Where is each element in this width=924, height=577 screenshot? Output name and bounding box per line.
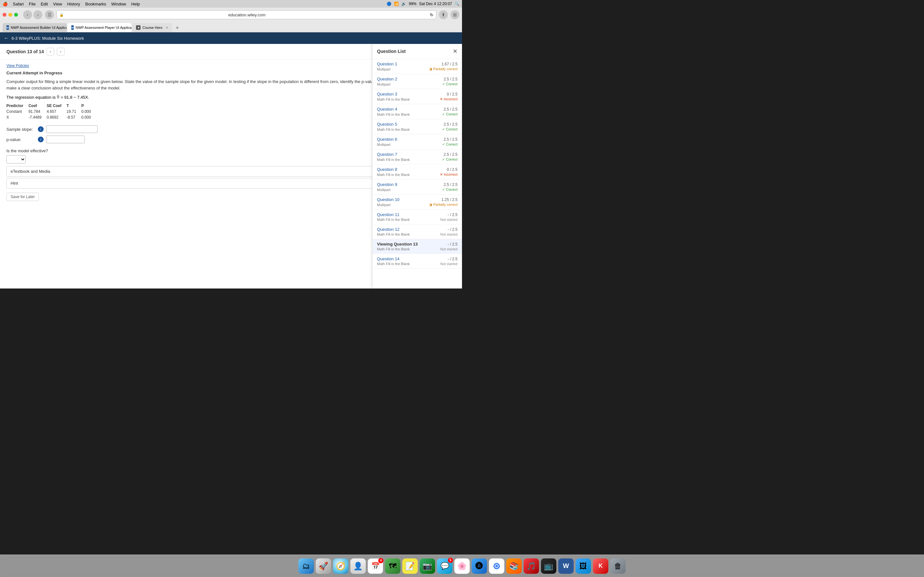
- list-item[interactable]: Question 9 2.5 / 2.5 Multipart ✓ Correct: [373, 179, 462, 195]
- refresh-icon[interactable]: ↻: [430, 13, 433, 17]
- bluetooth-icon: 🔵: [387, 2, 391, 6]
- list-item-current[interactable]: Viewing Question 13 - / 2.5 Math Fill in…: [373, 239, 462, 254]
- tab-favicon-1: W: [6, 25, 9, 30]
- list-item[interactable]: Question 6 2.5 / 2.5 Multipart ✓ Correct: [373, 134, 462, 149]
- question-list-status: ◑ Partially correct: [429, 203, 457, 207]
- next-question-button[interactable]: ›: [57, 48, 65, 55]
- maximize-button[interactable]: [14, 13, 18, 17]
- table-row: X -7.4489 0.8692 -8.57 0.000: [6, 114, 96, 120]
- menu-bookmarks[interactable]: Bookmarks: [86, 2, 106, 6]
- menu-help[interactable]: Help: [131, 2, 140, 6]
- question-list-title: Question List: [377, 49, 405, 54]
- question-list-score: 2.5 / 2.5: [444, 77, 457, 81]
- toolbar-row: ‹ › ☰ 🔒 education.wiley.com ↻ ⬆ ⊞: [0, 8, 462, 22]
- question-list-name: Question 11: [377, 212, 399, 217]
- sidebar-toggle[interactable]: ☰: [45, 10, 54, 19]
- question-list-type: Math Fill in the Blank: [377, 232, 410, 236]
- apple-menu[interactable]: 🍎: [3, 2, 8, 6]
- list-item[interactable]: Question 3 0 / 2.5 Math Fill in the Blan…: [373, 89, 462, 104]
- page-nav: ← 6-3 WileyPLUS: Module Six Homework: [0, 32, 462, 44]
- forward-button[interactable]: ›: [33, 10, 42, 19]
- cell-predictor-x: X: [6, 114, 29, 120]
- list-item[interactable]: Question 5 2.5 / 2.5 Math Fill in the Bl…: [373, 119, 462, 134]
- question-list-status: ✓ Correct: [442, 142, 457, 147]
- share-button[interactable]: ⬆: [439, 10, 448, 19]
- question-list-status: Not started: [440, 262, 457, 266]
- question-list-name: Question 12: [377, 227, 399, 232]
- list-item[interactable]: Question 14 - / 2.5 Math Fill in the Bla…: [373, 254, 462, 269]
- clock: Sat Dec 4 12:20:07: [419, 2, 452, 6]
- p-value-input[interactable]: [46, 135, 85, 143]
- list-item[interactable]: Question 4 2.5 / 2.5 Math Fill in the Bl…: [373, 104, 462, 119]
- sample-slope-info-button[interactable]: i: [38, 126, 44, 132]
- question-list-type: Math Fill in the Blank: [377, 113, 410, 116]
- tab-favicon-2: W: [71, 25, 74, 30]
- tab-1[interactable]: W NWP Assessment Builder UI Application …: [3, 23, 67, 32]
- list-item[interactable]: Question 1 1.67 / 2.5 Multipart ◑ Partia…: [373, 59, 462, 74]
- col-t: T: [66, 103, 81, 109]
- question-list-name: Question 8: [377, 167, 397, 172]
- question-list-status: ✕ Incorrect: [440, 172, 457, 177]
- close-button[interactable]: [3, 13, 6, 17]
- tab-3-close[interactable]: ✕: [166, 26, 168, 30]
- tab-2[interactable]: W NWP Assessment Player UI Application ✕: [67, 23, 132, 32]
- question-list-status: Not started: [440, 247, 457, 251]
- save-later-button[interactable]: Save for Later: [6, 193, 39, 201]
- list-item[interactable]: Question 11 - / 2.5 Math Fill in the Bla…: [373, 210, 462, 224]
- question-list-status: ✓ Correct: [442, 112, 457, 116]
- question-list-name: Question 9: [377, 182, 397, 187]
- model-effective-select[interactable]: Yes No: [6, 155, 26, 163]
- menu-history[interactable]: History: [67, 2, 80, 6]
- question-list-close-button[interactable]: ✕: [453, 48, 457, 55]
- question-list-status: ✓ Correct: [442, 127, 457, 131]
- new-tab-button[interactable]: +: [173, 25, 182, 31]
- sample-slope-input[interactable]: [46, 125, 97, 133]
- cell-coef-x: -7.4489: [29, 114, 47, 120]
- list-item[interactable]: Question 2 2.5 / 2.5 Multipart ✓ Correct: [373, 74, 462, 89]
- prev-question-button[interactable]: ‹: [47, 48, 54, 55]
- battery-label: 99%: [409, 2, 417, 6]
- question-list-type: Math Fill in the Blank: [377, 218, 410, 221]
- cell-coef-constant: 91.784: [29, 109, 47, 114]
- p-value-label: p-value:: [6, 137, 35, 142]
- question-list-header: Question List ✕: [373, 44, 462, 59]
- question-list-score: - / 2.5: [447, 257, 457, 261]
- list-item[interactable]: Question 12 - / 2.5 Math Fill in the Bla…: [373, 224, 462, 239]
- question-list-score: 2.5 / 2.5: [444, 182, 457, 187]
- sample-slope-label: Sample slope:: [6, 127, 35, 132]
- tab-3[interactable]: ★ Course Hero ✕: [132, 23, 172, 32]
- menu-window[interactable]: Window: [111, 2, 126, 6]
- minimize-button[interactable]: [8, 13, 12, 17]
- question-list-name: Question 10: [377, 197, 399, 202]
- cell-p-x: 0.000: [81, 114, 96, 120]
- col-predictor: Predictor: [6, 103, 29, 109]
- question-list-score: - / 2.5: [447, 213, 457, 217]
- tab-1-title: NWP Assessment Builder UI Application: [11, 26, 67, 29]
- tab-overview[interactable]: ⊞: [451, 10, 459, 19]
- wifi-icon: 📶: [394, 2, 399, 6]
- question-list-type: Multipart: [377, 143, 391, 147]
- address-bar[interactable]: 🔒 education.wiley.com ↻: [57, 10, 436, 19]
- search-icon[interactable]: 🔍: [455, 2, 459, 6]
- menu-view[interactable]: View: [53, 2, 62, 6]
- menu-safari[interactable]: Safari: [13, 2, 24, 6]
- list-item[interactable]: Question 7 2.5 / 2.5 Math Fill in the Bl…: [373, 149, 462, 164]
- list-item[interactable]: Question 10 1.25 / 2.5 Multipart ◑ Parti…: [373, 195, 462, 210]
- browser-chrome: ‹ › ☰ 🔒 education.wiley.com ↻ ⬆ ⊞ W NWP …: [0, 8, 462, 32]
- question-list-type: Math Fill in the Blank: [377, 247, 410, 251]
- question-list-score: 2.5 / 2.5: [444, 152, 457, 157]
- question-list-score: - / 2.5: [447, 227, 457, 232]
- question-list-name: Question 3: [377, 92, 397, 97]
- question-list-name-current: Viewing Question 13: [377, 242, 418, 247]
- question-list-name: Question 7: [377, 152, 397, 157]
- page-nav-back[interactable]: ←: [4, 35, 9, 41]
- question-list-panel: Question List ✕ Question 1 1.67 / 2.5 Mu…: [372, 44, 462, 288]
- back-button[interactable]: ‹: [23, 10, 32, 19]
- question-list-type: Multipart: [377, 188, 391, 192]
- list-item[interactable]: Question 8 0 / 2.5 Math Fill in the Blan…: [373, 164, 462, 179]
- p-value-info-button[interactable]: i: [38, 137, 44, 142]
- regression-table: Predictor Coef SE Coef T P Constant 91.7…: [6, 103, 96, 120]
- menu-edit[interactable]: Edit: [41, 2, 48, 6]
- menu-file[interactable]: File: [29, 2, 36, 6]
- page-nav-title: 6-3 WileyPLUS: Module Six Homework: [11, 36, 84, 41]
